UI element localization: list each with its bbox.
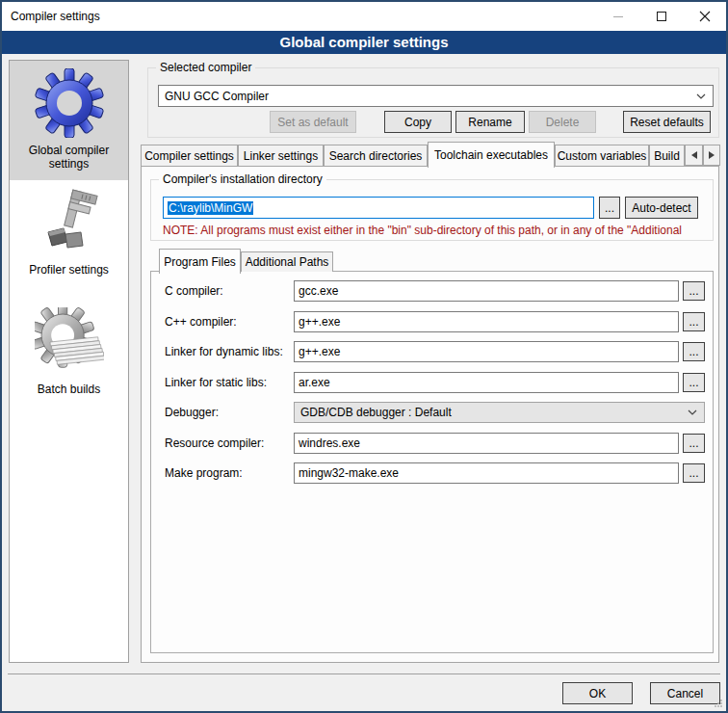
ok-button[interactable]: OK	[562, 682, 633, 704]
tab-search-directories[interactable]: Search directories	[324, 145, 428, 166]
tab-scroll-right-button[interactable]	[703, 145, 720, 166]
delete-button[interactable]: Delete	[529, 111, 596, 133]
rename-button[interactable]: Rename	[455, 111, 525, 133]
maximize-button[interactable]	[639, 2, 683, 31]
blue-gear-icon	[35, 68, 104, 138]
resize-grip[interactable]	[714, 699, 723, 708]
dialog-page-title: Global compiler settings	[2, 31, 726, 54]
auto-detect-button[interactable]: Auto-detect	[625, 197, 698, 219]
make-program-browse-button[interactable]: ...	[683, 463, 705, 483]
browse-directory-button[interactable]: ...	[599, 197, 620, 219]
c-compiler-input[interactable]: gcc.exe	[294, 280, 679, 302]
program-files-page: C compiler: gcc.exe ... C++ compiler: g+…	[150, 271, 714, 653]
settings-category-list: Global compiler settings Profiler settin…	[9, 60, 129, 663]
arrow-right-icon	[709, 151, 715, 159]
sidebar-item-label: Global compiler settings	[10, 144, 128, 171]
static-linker-input[interactable]: ar.exe	[294, 372, 679, 393]
c-compiler-browse-button[interactable]: ...	[683, 281, 705, 301]
selected-path-text: C:\raylib\MinGW	[168, 201, 253, 215]
static-linker-browse-button[interactable]: ...	[683, 373, 705, 392]
tab-scroll-left-button[interactable]	[685, 145, 703, 166]
tab-linker-settings[interactable]: Linker settings	[238, 145, 324, 166]
arrow-left-icon	[691, 151, 697, 159]
sidebar-item-profiler-settings[interactable]: Profiler settings	[10, 180, 128, 300]
selected-compiler-group-label: Selected compiler	[156, 61, 255, 74]
c-compiler-label: C compiler:	[165, 280, 223, 302]
static-linker-label: Linker for static libs:	[165, 372, 267, 393]
compiler-select-value: GNU GCC Compiler	[165, 90, 269, 103]
tab-custom-variables[interactable]: Custom variables	[555, 145, 649, 166]
debugger-label: Debugger:	[165, 402, 219, 423]
dynamic-linker-browse-button[interactable]: ...	[683, 342, 705, 361]
make-program-label: Make program:	[165, 462, 243, 484]
selected-compiler-group: Selected compiler GNU GCC Compiler Set a…	[147, 67, 719, 138]
sidebar-item-global-compiler-settings[interactable]: Global compiler settings	[10, 61, 128, 180]
installation-directory-group: Compiler's installation directory C:\ray…	[150, 179, 714, 241]
tab-toolchain-executables[interactable]: Toolchain executables	[428, 142, 555, 168]
chevron-down-icon	[696, 93, 706, 99]
minimize-button[interactable]	[596, 2, 639, 31]
sidebar-item-label: Batch builds	[34, 383, 104, 396]
sidebar-item-batch-builds[interactable]: Batch builds	[10, 300, 128, 419]
set-as-default-button[interactable]: Set as default	[270, 111, 356, 133]
tab-build-options[interactable]: Build	[649, 145, 685, 166]
installation-directory-input[interactable]: C:\raylib\MinGW	[163, 197, 594, 219]
compiler-settings-dialog: Compiler settings Global compiler settin…	[0, 0, 728, 713]
compiler-select[interactable]: GNU GCC Compiler	[158, 85, 714, 107]
batch-builds-icon	[35, 307, 104, 377]
copy-button[interactable]: Copy	[384, 111, 452, 133]
close-icon	[699, 11, 711, 22]
installation-note: NOTE: All programs must exist either in …	[163, 224, 710, 237]
installation-directory-group-label: Compiler's installation directory	[159, 172, 326, 186]
cpp-compiler-browse-button[interactable]: ...	[683, 312, 705, 331]
cancel-button[interactable]: Cancel	[650, 682, 720, 704]
sidebar-item-label: Profiler settings	[25, 263, 113, 277]
debugger-select[interactable]: GDB/CDB debugger : Default	[294, 402, 705, 423]
chevron-down-icon	[688, 409, 697, 415]
minimize-icon	[613, 16, 623, 17]
resource-compiler-label: Resource compiler:	[165, 433, 264, 454]
cpp-compiler-label: C++ compiler:	[165, 311, 237, 332]
make-program-input[interactable]: mingw32-make.exe	[294, 462, 679, 484]
resource-compiler-browse-button[interactable]: ...	[683, 434, 705, 453]
subtab-program-files[interactable]: Program Files	[159, 249, 241, 274]
subtab-additional-paths[interactable]: Additional Paths	[241, 251, 333, 272]
dynamic-linker-label: Linker for dynamic libs:	[165, 341, 283, 362]
close-button[interactable]	[683, 2, 726, 31]
cpp-compiler-input[interactable]: g++.exe	[294, 311, 679, 332]
footer-divider	[8, 673, 720, 674]
maximize-icon	[657, 12, 666, 21]
resource-compiler-input[interactable]: windres.exe	[294, 433, 679, 454]
reset-defaults-button[interactable]: Reset defaults	[623, 111, 711, 133]
window-title: Compiler settings	[11, 2, 100, 31]
caliper-icon	[35, 188, 104, 257]
window-titlebar[interactable]: Compiler settings	[2, 2, 726, 31]
dynamic-linker-input[interactable]: g++.exe	[294, 341, 679, 362]
tab-compiler-settings[interactable]: Compiler settings	[141, 145, 238, 166]
